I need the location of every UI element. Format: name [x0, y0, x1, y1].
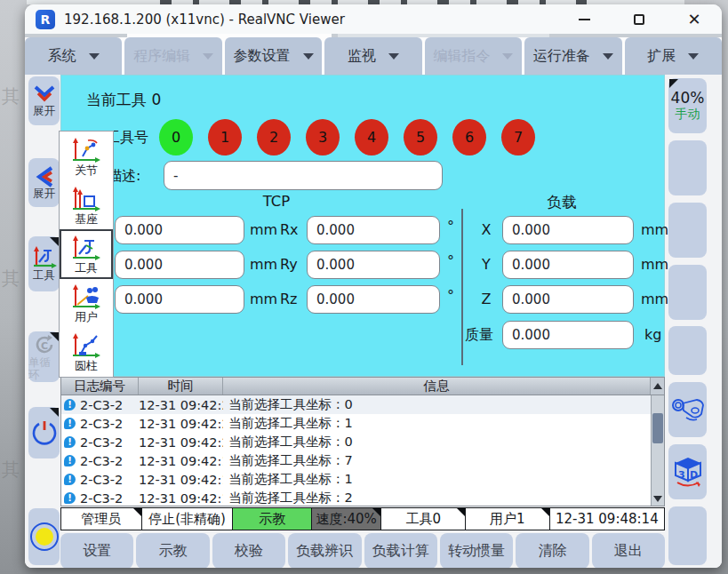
right-rail-button-3[interactable]	[668, 203, 707, 258]
log-row[interactable]: !2-C3-2 12-31 09:42:18 当前选择工具坐标：7	[61, 451, 651, 470]
tcp-z-field[interactable]: 0.000	[115, 285, 244, 314]
menu-extension[interactable]: 扩展	[625, 37, 722, 75]
load-z-field[interactable]: 0.000	[502, 285, 634, 314]
log-table: 日志编号 时间 信息 !2-C3-2 12-31 09:42:26 当前选择工具…	[60, 377, 665, 506]
tool-number-button-4[interactable]: 4	[355, 119, 388, 155]
close-button[interactable]: ✕	[667, 4, 722, 34]
cylinder-axes-icon	[70, 332, 102, 359]
right-rail-button-2[interactable]	[668, 140, 707, 195]
coord-tool[interactable]: 工具	[60, 229, 113, 278]
log-scrollbar[interactable]	[651, 395, 664, 506]
tool-number-button-1[interactable]: 1	[208, 119, 242, 155]
coord-user[interactable]: 用户	[60, 279, 113, 328]
view-3d-button[interactable]: 3 D	[668, 444, 707, 499]
tool-number-button-0[interactable]: 0	[159, 119, 193, 155]
mass-label: 质量	[460, 326, 499, 345]
menu-system[interactable]: 系统	[25, 37, 122, 75]
ry-label: Ry	[280, 256, 298, 273]
log-row[interactable]: !2-C3-2 12-31 09:42:10 当前选择工具坐标：2	[61, 489, 651, 506]
log-row[interactable]: !2-C3-2 12-31 09:42:22 当前选择工具坐标：0	[61, 433, 651, 451]
mass-field[interactable]: 0.000	[502, 321, 634, 349]
menu-run-prepare[interactable]: 运行准备	[524, 37, 621, 75]
single-cycle-button: C 单循环	[28, 331, 60, 382]
realvnc-window: R 192.168.1.200 (x11vnc) - RealVNC Viewe…	[25, 4, 722, 568]
coord-base[interactable]: 基座	[60, 180, 113, 229]
tool-axes-icon	[32, 246, 57, 269]
speed-mode-button[interactable]: 40% 手动	[668, 78, 707, 133]
log-header-id[interactable]: 日志编号	[61, 378, 139, 395]
speed-value: 40%	[671, 89, 705, 107]
status-tool[interactable]: 工具0	[380, 507, 465, 530]
coord-cylinder[interactable]: 圆柱	[60, 328, 113, 377]
hand-guide-button[interactable]	[668, 382, 707, 437]
status-user[interactable]: 管理员	[60, 507, 141, 530]
load-x-label: X	[476, 221, 497, 238]
remote-edge-window-sliver	[127, 34, 332, 37]
log-row[interactable]: !2-C3-2 12-31 09:42:25 当前选择工具坐标：1	[61, 414, 651, 433]
title-bar[interactable]: R 192.168.1.200 (x11vnc) - RealVNC Viewe…	[25, 4, 722, 34]
tcp-y-field[interactable]: 0.000	[115, 251, 244, 279]
load-y-field[interactable]: 0.000	[502, 251, 634, 279]
info-icon: !	[64, 399, 76, 411]
tcp-ry-field[interactable]: 0.000	[307, 251, 440, 279]
settings-button[interactable]: 设置	[60, 533, 133, 568]
status-user-frame[interactable]: 用户1	[465, 507, 549, 530]
desktop-watermark: 其	[2, 267, 20, 291]
right-rail-button-5[interactable]	[668, 326, 707, 375]
desktop-watermark: 其	[2, 458, 20, 482]
description-field[interactable]: -	[164, 161, 443, 190]
exit-button[interactable]: 退出	[592, 533, 665, 568]
power-button[interactable]	[28, 407, 60, 458]
load-calculate-button[interactable]: 负载计算	[364, 533, 437, 568]
cycle-icon: C	[33, 333, 56, 356]
log-row[interactable]: !2-C3-2 12-31 09:42:26 当前选择工具坐标：0	[61, 395, 651, 414]
coord-joint[interactable]: 关节	[60, 132, 113, 180]
load-identify-button[interactable]: 负载辨识	[288, 533, 361, 568]
chevron-down-icon	[203, 53, 213, 60]
log-row[interactable]: !2-C3-2 12-31 09:42:15 当前选择工具坐标：1	[61, 470, 651, 489]
tool-number-button-7[interactable]: 7	[501, 119, 535, 155]
bottom-button-bar: 设置 示教 校验 负载辨识 负载计算 转动惯量 清除 退出	[60, 533, 665, 568]
chevron-down-icon	[603, 53, 613, 60]
right-rail-button-8[interactable]	[668, 506, 707, 565]
tcp-rz-field[interactable]: 0.000	[307, 285, 440, 314]
tool-axes-icon	[70, 235, 102, 261]
log-scrollbar-top[interactable]	[651, 378, 664, 395]
menu-bar: 系统 程序编辑 参数设置 监视 编辑指令 运行准备 扩展	[25, 37, 722, 75]
clear-button[interactable]: 清除	[516, 533, 588, 568]
hand-guide-icon	[670, 395, 706, 425]
tool-number-button-3[interactable]: 3	[306, 119, 340, 155]
maximize-icon	[634, 14, 644, 25]
expand-left-button[interactable]: 展开	[28, 158, 60, 207]
scrollbar-thumb[interactable]	[652, 413, 663, 443]
tool-coord-rail-button[interactable]: 工具	[28, 236, 60, 291]
current-tool-label: 当前工具 0	[86, 90, 161, 110]
verify-button[interactable]: 校验	[212, 533, 285, 568]
right-rail-button-4[interactable]	[668, 265, 707, 320]
load-x-field[interactable]: 0.000	[502, 216, 634, 244]
desktop-watermark: 其	[2, 84, 20, 108]
info-icon: !	[64, 418, 76, 429]
minimize-button[interactable]	[556, 4, 612, 34]
tcp-x-field[interactable]: 0.000	[115, 216, 244, 244]
indicator-button[interactable]	[28, 508, 60, 565]
scroll-down-button[interactable]	[652, 491, 664, 506]
inertia-button[interactable]: 转动惯量	[440, 533, 513, 568]
tcp-rx-field[interactable]: 0.000	[307, 216, 440, 244]
status-speed[interactable]: 速度:40%	[311, 507, 380, 530]
log-header-time[interactable]: 时间	[139, 378, 223, 395]
log-header-msg[interactable]: 信息	[223, 378, 651, 395]
tool-settings-panel: 当前工具 0 工具号 0 1 2 3 4 5 6 7 描述: - TCP 负载	[60, 75, 665, 377]
double-chevron-left-icon	[34, 166, 55, 187]
maximize-button[interactable]	[612, 4, 667, 34]
tool-number-button-6[interactable]: 6	[452, 119, 486, 155]
remote-desktop-edge	[25, 34, 722, 37]
teach-button[interactable]: 示教	[136, 533, 209, 568]
menu-monitor[interactable]: 监视	[324, 37, 421, 75]
user-axes-icon	[70, 283, 102, 310]
menu-parameter-settings[interactable]: 参数设置	[225, 37, 322, 75]
tool-number-button-5[interactable]: 5	[404, 119, 437, 155]
log-header: 日志编号 时间 信息	[61, 378, 664, 395]
tool-number-button-2[interactable]: 2	[257, 119, 291, 155]
expand-down-button[interactable]: 展开	[28, 76, 60, 125]
